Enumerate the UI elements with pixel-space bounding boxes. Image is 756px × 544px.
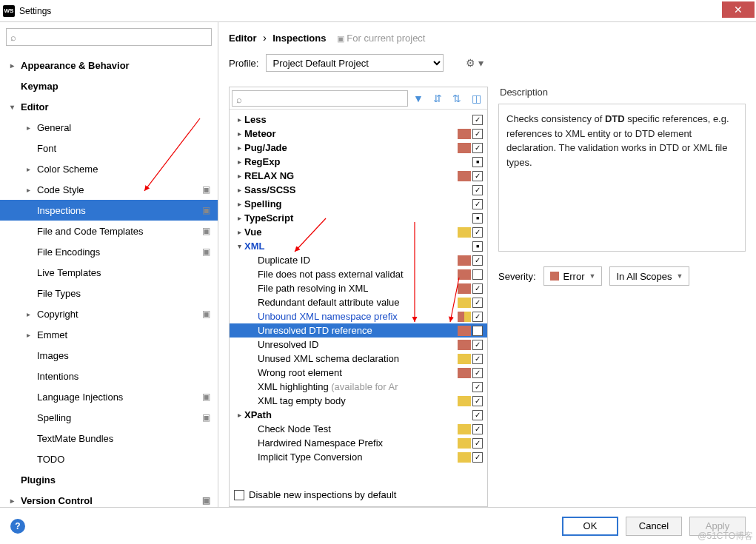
inspection-checkbox[interactable] bbox=[472, 298, 483, 308]
filter-icon[interactable]: ▼ bbox=[409, 90, 427, 107]
sidebar-item-appearance-behavior[interactable]: ▸Appearance & Behavior bbox=[0, 55, 218, 75]
inspection-checkbox[interactable] bbox=[472, 255, 483, 266]
severity-color-icon bbox=[458, 410, 471, 420]
inspection-row[interactable]: ▸Sass/SCSS bbox=[230, 183, 487, 197]
inspection-row[interactable]: File path resolving in XML bbox=[230, 281, 487, 295]
inspection-checkbox[interactable] bbox=[472, 312, 483, 322]
severity-scope-select[interactable]: In All Scopes ▼ bbox=[609, 266, 689, 286]
inspection-checkbox[interactable] bbox=[472, 438, 483, 449]
settings-tree[interactable]: ▸Appearance & BehaviorKeymap▾Editor▸Gene… bbox=[0, 52, 218, 507]
sidebar-item-plugins[interactable]: Plugins bbox=[0, 469, 218, 490]
inspection-row[interactable]: Duplicate ID bbox=[230, 253, 487, 267]
sidebar-item-live-templates[interactable]: Live Templates bbox=[0, 262, 218, 283]
sidebar-item-general[interactable]: ▸General bbox=[0, 117, 218, 138]
inspection-row[interactable]: ▾XML bbox=[230, 239, 487, 253]
sidebar-item-spelling[interactable]: Spelling▣ bbox=[0, 407, 218, 428]
breadcrumb-inspections: Inspections bbox=[272, 33, 326, 44]
severity-level-select[interactable]: Error ▼ bbox=[543, 266, 603, 286]
expand-icon[interactable]: ⇵ bbox=[429, 90, 446, 107]
chevron-down-icon: ▾ bbox=[234, 242, 244, 250]
help-icon[interactable]: ? bbox=[10, 519, 25, 534]
disable-new-checkbox[interactable] bbox=[234, 490, 244, 500]
sidebar-item-editor[interactable]: ▾Editor bbox=[0, 96, 218, 117]
inspection-checkbox[interactable] bbox=[472, 143, 483, 153]
chevron-right-icon: ▸ bbox=[234, 411, 244, 419]
collapse-icon[interactable]: ⇅ bbox=[448, 90, 466, 107]
inspection-checkbox[interactable] bbox=[472, 424, 483, 434]
sidebar-item-version-control[interactable]: ▸Version Control▣ bbox=[0, 490, 218, 507]
inspection-row[interactable]: Check Node Test bbox=[230, 422, 487, 436]
profile-select[interactable]: Project Default Project bbox=[266, 54, 444, 72]
inspection-row[interactable]: ▸TypeScript bbox=[230, 211, 487, 225]
inspection-checkbox[interactable] bbox=[472, 410, 483, 420]
inspection-checkbox[interactable] bbox=[472, 340, 483, 350]
inspection-row[interactable]: XML highlighting (available for Ar bbox=[230, 380, 487, 394]
inspection-checkbox[interactable] bbox=[472, 396, 483, 406]
reset-icon[interactable]: ◫ bbox=[467, 90, 485, 107]
inspection-row[interactable]: ▸Less bbox=[230, 113, 487, 127]
ok-button[interactable]: OK bbox=[562, 517, 618, 536]
inspection-row[interactable]: Unresolved DTD reference bbox=[230, 323, 487, 338]
inspection-row[interactable]: Implicit Type Conversion bbox=[230, 450, 487, 464]
project-scope-icon: ▣ bbox=[202, 495, 210, 506]
inspection-row[interactable]: Unused XML schema declaration bbox=[230, 352, 487, 366]
close-button[interactable]: ✕ bbox=[722, 1, 755, 18]
inspection-row[interactable]: Wrong root element bbox=[230, 366, 487, 380]
gear-icon[interactable]: ⚙ ▾ bbox=[451, 57, 484, 69]
inspection-checkbox[interactable] bbox=[472, 326, 483, 336]
inspection-checkbox[interactable] bbox=[472, 354, 483, 364]
inspection-row[interactable]: ▸XPath bbox=[230, 408, 487, 422]
inspection-row[interactable]: ▸Spelling bbox=[230, 197, 487, 211]
sidebar-item-label: Keymap bbox=[21, 81, 58, 92]
inspection-row[interactable]: File does not pass external validat bbox=[230, 267, 487, 281]
sidebar-item-inspections[interactable]: Inspections▣ bbox=[0, 200, 218, 221]
inspection-row[interactable]: ▸RegExp bbox=[230, 155, 487, 169]
inspection-checkbox[interactable] bbox=[472, 227, 483, 238]
inspection-row[interactable]: ▸Pug/Jade bbox=[230, 141, 487, 155]
sidebar-item-copyright[interactable]: ▸Copyright▣ bbox=[0, 303, 218, 324]
sidebar-item-font[interactable]: Font bbox=[0, 138, 218, 158]
inspection-row[interactable]: ▸Meteor bbox=[230, 127, 487, 141]
cancel-button[interactable]: Cancel bbox=[626, 517, 682, 536]
sidebar-item-todo[interactable]: TODO bbox=[0, 449, 218, 469]
inspection-checkbox[interactable] bbox=[472, 115, 483, 125]
inspection-row[interactable]: Redundant default attribute value bbox=[230, 295, 487, 309]
inspection-label: Sass/SCSS bbox=[244, 184, 458, 195]
inspection-checkbox[interactable] bbox=[472, 171, 483, 181]
inspection-checkbox[interactable] bbox=[472, 283, 483, 294]
sidebar-item-code-style[interactable]: ▸Code Style▣ bbox=[0, 179, 218, 200]
inspections-tree[interactable]: ▸Less▸Meteor▸Pug/Jade▸RegExp▸RELAX NG▸Sa… bbox=[230, 110, 487, 483]
sidebar-item-file-types[interactable]: File Types bbox=[0, 283, 218, 303]
inspection-checkbox[interactable] bbox=[472, 185, 483, 195]
sidebar-item-color-scheme[interactable]: ▸Color Scheme bbox=[0, 158, 218, 179]
inspection-row[interactable]: Unbound XML namespace prefix bbox=[230, 309, 487, 323]
chevron-right-icon: ▸ bbox=[10, 61, 21, 70]
inspection-checkbox[interactable] bbox=[472, 129, 483, 139]
project-scope-icon: ▣ bbox=[202, 412, 210, 423]
inspection-row[interactable]: ▸RELAX NG bbox=[230, 169, 487, 183]
inspection-checkbox[interactable] bbox=[472, 241, 483, 252]
inspection-row[interactable]: ▸Vue bbox=[230, 225, 487, 239]
sidebar-item-label: File Encodings bbox=[37, 246, 100, 258]
sidebar-item-label: Language Injections bbox=[37, 392, 123, 403]
inspection-checkbox[interactable] bbox=[472, 213, 483, 224]
inspection-row[interactable]: Hardwired Namespace Prefix bbox=[230, 436, 487, 450]
inspection-checkbox[interactable] bbox=[472, 382, 483, 392]
inspection-checkbox[interactable] bbox=[472, 199, 483, 209]
sidebar-item-language-injections[interactable]: Language Injections▣ bbox=[0, 386, 218, 407]
sidebar-item-file-and-code-templates[interactable]: File and Code Templates▣ bbox=[0, 221, 218, 241]
sidebar-item-keymap[interactable]: Keymap bbox=[0, 75, 218, 96]
inspection-checkbox[interactable] bbox=[472, 452, 483, 463]
inspection-checkbox[interactable] bbox=[472, 368, 483, 378]
inspection-row[interactable]: XML tag empty body bbox=[230, 394, 487, 408]
inspection-row[interactable]: Unresolved ID bbox=[230, 338, 487, 352]
sidebar-item-textmate-bundles[interactable]: TextMate Bundles bbox=[0, 428, 218, 449]
sidebar-item-intentions[interactable]: Intentions bbox=[0, 366, 218, 386]
inspection-checkbox[interactable] bbox=[472, 157, 483, 167]
sidebar-item-images[interactable]: Images bbox=[0, 345, 218, 366]
sidebar-item-file-encodings[interactable]: File Encodings▣ bbox=[0, 241, 218, 262]
inspection-checkbox[interactable] bbox=[472, 269, 483, 280]
sidebar-search-input[interactable] bbox=[6, 28, 212, 46]
inspections-search-input[interactable] bbox=[232, 90, 408, 107]
sidebar-item-emmet[interactable]: ▸Emmet bbox=[0, 324, 218, 345]
